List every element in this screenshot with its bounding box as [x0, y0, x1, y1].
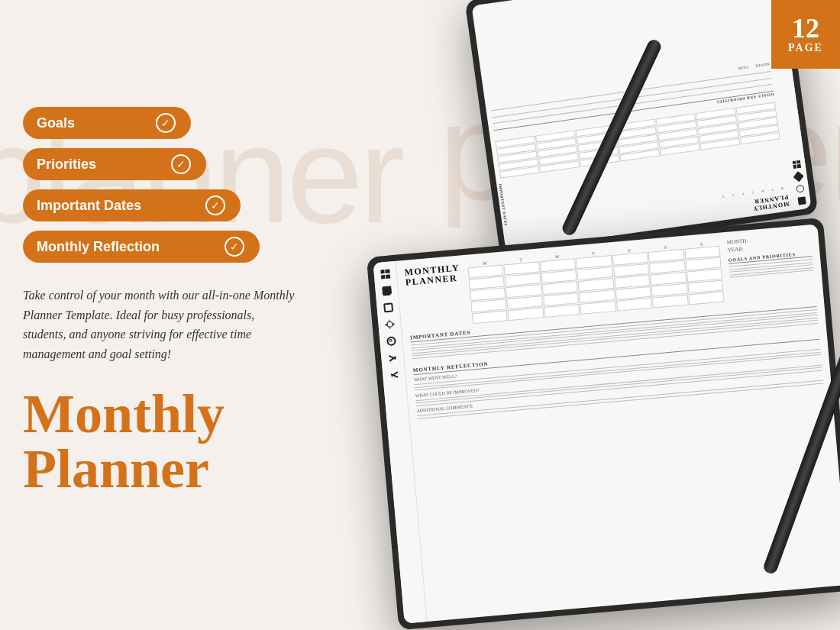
tablet-device-top: MONTHLY PLANNER M T W T F S S	[464, 0, 818, 258]
page-count: 12	[792, 15, 819, 42]
grid-day-f: F	[738, 192, 748, 197]
cal-cell	[544, 304, 580, 318]
top-tablet-icon-1	[798, 196, 806, 205]
feature-label-monthly-reflection: Monthly Reflection	[37, 239, 215, 255]
page-label: PAGE	[788, 42, 823, 54]
feature-badge-important-dates: Important Dates ✓	[23, 189, 241, 221]
top-tablet-icon-3	[793, 171, 804, 182]
feature-label-priorities: Priorities	[37, 157, 162, 173]
grid-day-s2: S	[719, 195, 729, 200]
bottom-sidebar-icon-pencil	[382, 286, 392, 296]
top-tablet-icon-2	[796, 184, 804, 192]
cal-cell	[652, 295, 689, 309]
grid-day-s1: S	[729, 193, 738, 199]
top-month-label: MONTH:	[754, 62, 770, 68]
main-title-line1: Monthly	[23, 386, 359, 441]
feature-badge-priorities: Priorities ✓	[23, 148, 206, 180]
grid-day-m: M	[777, 186, 787, 192]
checkmark-icon-priorities: ✓	[171, 154, 191, 174]
cal-cell	[688, 291, 725, 305]
cal-cell	[580, 301, 616, 315]
top-year-label: YEAR:	[737, 65, 749, 70]
feature-label-goals: Goals	[37, 115, 147, 131]
cal-cell	[471, 310, 507, 324]
tablet-top: MONTHLY PLANNER M T W T F S S	[464, 0, 818, 258]
bottom-sidebar-icon-back	[387, 353, 397, 363]
checkmark-icon-important-dates: ✓	[205, 195, 225, 215]
description-text: Take control of your month with our all-…	[23, 286, 298, 363]
feature-label-important-dates: Important Dates	[37, 198, 196, 214]
checkmark-icon-goals: ✓	[156, 113, 176, 133]
cal-cell	[616, 298, 653, 312]
grid-day-t2: T	[748, 190, 758, 195]
grid-day-t1: T	[768, 188, 778, 193]
comments-line-1	[417, 380, 823, 416]
grid-day-w: W	[758, 189, 768, 195]
cal-cell	[508, 307, 544, 321]
main-title: Monthly Planner	[23, 386, 359, 496]
feature-badge-goals: Goals ✓	[23, 107, 191, 139]
top-tablet-icon-4	[793, 160, 801, 169]
bottom-sidebar-icon-search	[386, 336, 396, 346]
feature-badge-monthly-reflection: Monthly Reflection ✓	[23, 231, 260, 263]
tablet-screen-top: MONTHLY PLANNER M T W T F S S	[471, 0, 811, 251]
bottom-sidebar-icon-move	[385, 319, 395, 329]
left-panel: Goals ✓ Priorities ✓ Important Dates ✓ M…	[23, 107, 359, 496]
bottom-sidebar-icon-box	[383, 302, 393, 312]
checkmark-icon-monthly-reflection: ✓	[225, 237, 244, 257]
bottom-sidebar-icon-grid	[380, 270, 390, 279]
bottom-sidebar-icon-forward	[389, 370, 399, 380]
main-title-line2: Planner	[23, 441, 359, 496]
page-badge: 12 PAGE	[771, 0, 840, 69]
